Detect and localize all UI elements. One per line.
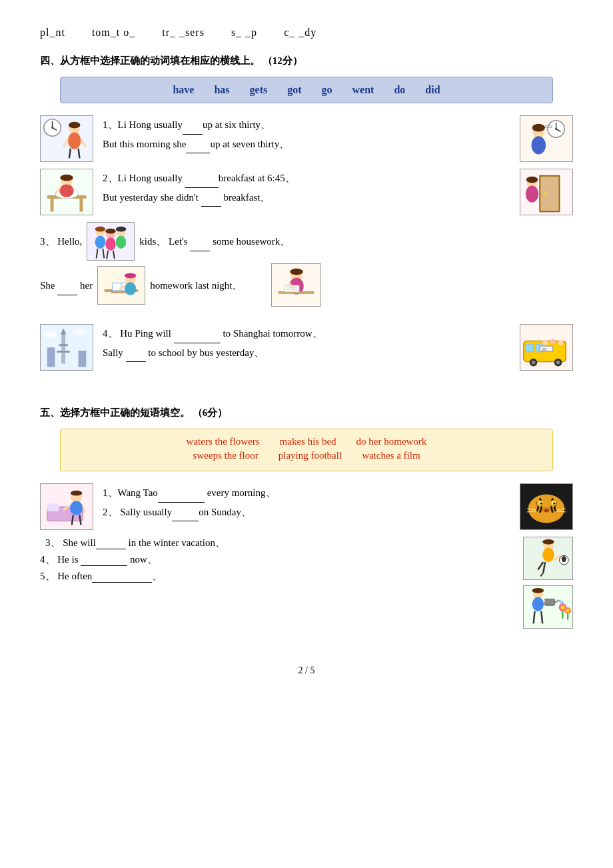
- q2-right-image: [520, 169, 573, 215]
- section5: 五、选择方框中正确的短语填空。 （6分） waters the flowers …: [40, 407, 573, 645]
- phrase-sweeps: sweeps the floor: [193, 450, 258, 461]
- q3-kids-image: [87, 222, 135, 261]
- svg-rect-72: [57, 351, 70, 353]
- phrase-waters: waters the flowers: [187, 436, 260, 447]
- q1-text: 1、Li Hong usuallyup at six thirty、 But t…: [93, 115, 520, 153]
- svg-point-76: [72, 329, 87, 336]
- svg-point-6: [68, 132, 81, 149]
- svg-point-40: [106, 237, 117, 250]
- spelling-row: pl_nt tom_t o_ tr_ _sers s_ _p c_ _dy: [40, 27, 573, 39]
- q2-text: 2、Li Hong usually breakfast at 6:45、 But…: [93, 169, 520, 207]
- svg-rect-140: [544, 599, 555, 605]
- svg-point-44: [106, 229, 117, 234]
- s5q1-right-image: [520, 483, 573, 530]
- svg-rect-74: [79, 351, 87, 367]
- q3-homework-image: [97, 266, 145, 305]
- svg-point-88: [550, 339, 556, 344]
- spelling-item-4: s_ _p: [231, 27, 257, 39]
- svg-text:103: 103: [541, 347, 547, 351]
- svg-point-27: [60, 175, 73, 181]
- svg-point-57: [125, 282, 136, 295]
- q1-row: 1、Li Hong usuallyup at six thirty、 But t…: [40, 115, 573, 162]
- q4-text: 4、 Hu Ping will to Shanghai tomorrow、 Sa…: [93, 324, 520, 362]
- word-went: went: [352, 84, 374, 96]
- svg-point-87: [542, 340, 548, 345]
- spelling-item-2: tom_t o_: [92, 27, 135, 39]
- svg-point-82: [532, 361, 536, 365]
- svg-rect-69: [61, 331, 65, 364]
- section5-title: 五、选择方框中正确的短语填空。 （6分）: [40, 407, 573, 419]
- svg-point-35: [526, 177, 538, 183]
- svg-rect-23: [51, 199, 54, 212]
- svg-rect-31: [540, 176, 559, 212]
- svg-point-43: [95, 227, 106, 232]
- svg-point-56: [125, 273, 136, 278]
- word-got: got: [287, 84, 301, 96]
- q3-right-image: [271, 263, 321, 307]
- s5q1-text: 1、Wang Tao every morning、 2、 Sally usual…: [93, 483, 520, 521]
- q3-block: 3、 Hello, kids、 Let: [40, 222, 573, 307]
- svg-point-62: [291, 269, 303, 275]
- svg-rect-24: [80, 199, 83, 212]
- svg-point-150: [566, 609, 570, 612]
- svg-point-147: [560, 605, 564, 609]
- svg-point-18: [532, 136, 546, 154]
- svg-point-42: [116, 235, 127, 248]
- word-do: do: [394, 84, 405, 96]
- s5q1-row: 1、Wang Tao every morning、 2、 Sally usual…: [40, 483, 573, 530]
- svg-point-129: [542, 547, 554, 561]
- spelling-item-3: tr_ _sers: [162, 27, 205, 39]
- section4-title: 四、从方框中选择正确的动词填在相应的横线上。 （12分）: [40, 55, 573, 67]
- s5q5-flowers-image: [523, 585, 573, 629]
- svg-point-38: [95, 235, 106, 248]
- s5q1-image: [40, 483, 93, 530]
- svg-point-106: [540, 503, 542, 505]
- q1-right-image: zzz: [520, 115, 573, 162]
- svg-point-28: [59, 184, 73, 197]
- q4-right-image: 103: [520, 324, 573, 371]
- svg-rect-79: [526, 344, 534, 352]
- svg-point-32: [544, 192, 546, 195]
- svg-point-75: [44, 331, 57, 339]
- q1-left-image: [40, 115, 93, 162]
- verb-wordbox: have has gets got go went do did: [60, 77, 553, 103]
- svg-point-109: [544, 509, 548, 512]
- phrase-homework: do her homework: [356, 436, 427, 447]
- phrase-wordbox: waters the flowers makes his bed do her …: [60, 429, 553, 471]
- word-has: has: [214, 84, 229, 96]
- word-go: go: [322, 84, 332, 96]
- phrase-film: watches a film: [362, 450, 420, 461]
- page-number: 2 / 5: [40, 665, 573, 676]
- svg-point-139: [532, 588, 544, 593]
- svg-point-84: [556, 361, 560, 365]
- spelling-item-1: pl_nt: [40, 27, 65, 39]
- svg-rect-71: [59, 344, 68, 346]
- s5q345-text: 3、 She will in the winter vacation、 4、 H…: [40, 537, 516, 583]
- svg-line-151: [544, 600, 544, 602]
- svg-point-19: [532, 124, 546, 132]
- svg-text:zzz: zzz: [545, 122, 553, 129]
- svg-point-94: [70, 501, 83, 515]
- svg-rect-73: [47, 347, 55, 367]
- word-have: have: [173, 84, 194, 96]
- phrase-row2: sweeps the floor playing football watche…: [74, 450, 539, 461]
- svg-rect-92: [47, 503, 59, 511]
- svg-point-130: [542, 539, 554, 545]
- phrase-football: playing football: [279, 450, 342, 461]
- word-gets: gets: [250, 84, 268, 96]
- word-did: did: [425, 84, 440, 96]
- svg-point-45: [116, 227, 127, 232]
- q4-left-image: [40, 324, 93, 371]
- q2-row: 2、Li Hong usually breakfast at 6:45、 But…: [40, 169, 573, 215]
- q2-left-image: [40, 169, 93, 215]
- s5q4-football-image: [523, 537, 573, 580]
- svg-point-107: [553, 503, 555, 505]
- q4-row: 4、 Hu Ping will to Shanghai tomorrow、 Sa…: [40, 324, 573, 371]
- svg-point-11: [69, 122, 81, 129]
- phrase-row1: waters the flowers makes his bed do her …: [74, 436, 539, 447]
- svg-point-89: [558, 340, 564, 345]
- phrase-makes: makes his bed: [280, 436, 336, 447]
- svg-point-34: [526, 185, 539, 202]
- spelling-item-5: c_ _dy: [284, 27, 316, 39]
- svg-point-138: [532, 597, 544, 611]
